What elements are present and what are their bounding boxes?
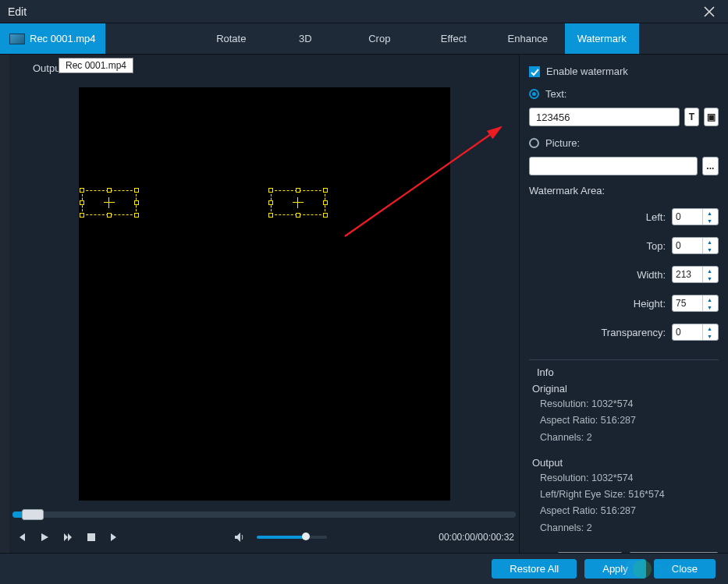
stop-icon[interactable] [84, 530, 98, 544]
original-heading: Original [532, 383, 719, 395]
tab-crop[interactable]: Crop [343, 23, 417, 54]
close-icon[interactable] [698, 1, 720, 23]
left-gutter [0, 55, 9, 553]
close-button[interactable]: Close [654, 559, 716, 579]
width-label: Width: [591, 269, 666, 281]
seek-thumb[interactable] [22, 509, 44, 520]
output-heading: Output [532, 457, 719, 469]
height-label: Height: [591, 298, 666, 310]
tabs: Rotate 3D Crop Effect Enhance Watermark [105, 23, 728, 54]
transparency-spinner[interactable]: ▲▼ [672, 324, 719, 341]
move-icon [293, 197, 304, 208]
watermark-handle-box[interactable] [271, 190, 325, 215]
file-thumbnail [9, 34, 25, 44]
text-watermark-row[interactable]: Text: [529, 88, 719, 100]
color-button[interactable]: ▣ [704, 108, 719, 126]
picture-watermark-row[interactable]: Picture: [529, 137, 719, 149]
watermark-picture-input[interactable] [529, 157, 698, 175]
spin-down-icon[interactable]: ▼ [703, 217, 716, 225]
font-button[interactable]: T [684, 108, 699, 126]
file-tab[interactable]: Rec 0001.mp4 [0, 23, 105, 54]
original-channels: Channels: 2 [540, 430, 719, 446]
radio-on-icon[interactable] [529, 89, 539, 99]
enable-watermark-row[interactable]: Enable watermark [529, 65, 719, 77]
spin-up-icon[interactable]: ▲ [703, 209, 716, 217]
output-eye-size: Left/Right Eye Size: 516*574 [540, 487, 719, 503]
watermark-area-heading: Watermark Area: [529, 185, 719, 196]
svg-rect-1 [87, 533, 95, 541]
radio-off-icon[interactable] [529, 138, 539, 148]
left-spinner[interactable]: ▲▼ [672, 208, 719, 225]
playback-time: 00:00:00/00:00:32 [439, 532, 514, 543]
seek-bar[interactable] [9, 508, 519, 522]
restore-all-button[interactable]: Restore All [492, 559, 577, 579]
tab-3d[interactable]: 3D [268, 23, 343, 54]
picture-label: Picture: [545, 137, 580, 149]
transparency-label: Transparency: [591, 327, 666, 338]
top-label: Top: [591, 240, 666, 252]
watermark-text-input[interactable] [529, 108, 680, 126]
top-spinner[interactable]: ▲▼ [672, 237, 719, 254]
footer: Restore All Apply Close 下载站 [0, 553, 728, 584]
player-controls: 00:00:00/00:00:32 [9, 522, 519, 553]
video-canvas[interactable] [79, 87, 450, 501]
info-block: Info Original Resolution: 1032*574 Aspec… [529, 359, 719, 536]
file-tab-label: Rec 0001.mp4 [30, 33, 96, 44]
watermark-handle-box[interactable] [82, 190, 137, 215]
text-label: Text: [545, 88, 566, 100]
side-panel: Enable watermark Text: T ▣ Picture: ... … [519, 55, 728, 553]
fast-forward-icon[interactable] [61, 530, 75, 544]
volume-slider[interactable] [257, 536, 327, 539]
topbar: Rec 0001.mp4 Rotate 3D Crop Effect Enhan… [0, 23, 728, 55]
tab-watermark[interactable]: Watermark [565, 23, 639, 54]
apply-button[interactable]: Apply [584, 559, 646, 579]
prev-frame-icon[interactable] [14, 530, 28, 544]
tab-effect[interactable]: Effect [417, 23, 491, 54]
left-label: Left: [591, 211, 666, 223]
tab-rotate[interactable]: Rotate [194, 23, 268, 54]
enable-watermark-label: Enable watermark [546, 65, 628, 77]
preview-column: Output Preview Rec 0001.mp4 [9, 55, 519, 553]
width-spinner[interactable]: ▲▼ [672, 266, 719, 283]
tab-enhance[interactable]: Enhance [491, 23, 565, 54]
info-heading: Info [537, 366, 719, 378]
original-resolution: Resolution: 1032*574 [540, 396, 719, 412]
preview-area [9, 80, 519, 508]
browse-button[interactable]: ... [702, 157, 719, 175]
original-aspect: Aspect Ratio: 516:287 [540, 412, 719, 429]
output-aspect: Aspect Ratio: 516:287 [540, 503, 719, 519]
window-title: Edit [8, 5, 27, 18]
titlebar: Edit [0, 0, 728, 23]
height-spinner[interactable]: ▲▼ [672, 295, 719, 312]
volume-icon[interactable] [233, 530, 247, 544]
checkbox-checked-icon[interactable] [529, 66, 540, 77]
play-icon[interactable] [37, 530, 51, 544]
output-channels: Channels: 2 [540, 520, 719, 536]
move-icon [104, 197, 115, 208]
output-resolution: Resolution: 1032*574 [540, 470, 719, 487]
file-tooltip: Rec 0001.mp4 [59, 58, 133, 73]
next-frame-icon[interactable] [108, 530, 122, 544]
